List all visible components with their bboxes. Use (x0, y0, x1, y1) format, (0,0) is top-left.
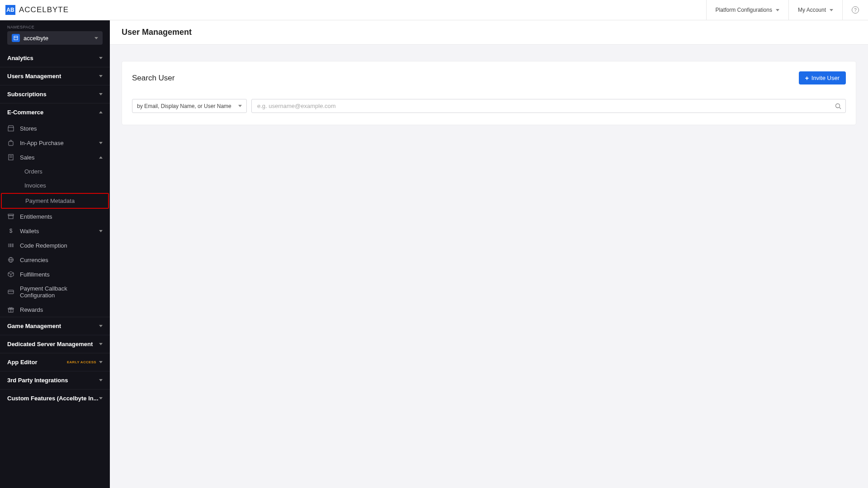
chevron-down-icon (99, 93, 103, 95)
sidebar-section-analytics[interactable]: Analytics (0, 49, 110, 67)
sidebar-item-label: Sales (20, 154, 94, 161)
help-button[interactable]: ? (842, 0, 868, 20)
sidebar-subitem-orders[interactable]: Orders (0, 164, 110, 178)
sidebar-item-fulfillments[interactable]: Fulfillments (0, 267, 110, 282)
sidebar-section-users-management[interactable]: Users Management (0, 67, 110, 85)
chevron-down-icon (776, 9, 779, 11)
sidebar-section-game-management[interactable]: Game Management (0, 317, 110, 335)
sidebar-item-label: Stores (20, 125, 103, 132)
sidebar-item-sales[interactable]: Sales (0, 150, 110, 164)
search-icon[interactable] (835, 103, 841, 109)
invite-user-button[interactable]: + Invite User (799, 71, 846, 84)
svg-point-23 (836, 103, 840, 108)
namespace-icon (12, 34, 20, 42)
sidebar-section-ecommerce[interactable]: E-Commerce (0, 103, 110, 121)
search-user-card: Search User + Invite User by Email, Disp… (122, 61, 856, 125)
svg-text:$: $ (9, 228, 13, 234)
namespace-value: accelbyte (24, 35, 91, 42)
chevron-down-icon (99, 75, 103, 77)
namespace-heading: NAMESPACE (0, 20, 110, 31)
sidebar-item-label: Currencies (20, 257, 103, 263)
dollar-icon: $ (7, 227, 14, 235)
sidebar-subitem-invoices[interactable]: Invoices (0, 178, 110, 192)
sidebar-section-custom-features[interactable]: Custom Features (Accelbyte In... (0, 389, 110, 407)
chevron-up-icon (99, 111, 103, 113)
sidebar-section-label: Users Management (7, 73, 99, 80)
brand-name: ACCELBYTE (19, 5, 69, 14)
chevron-down-icon (99, 57, 103, 59)
sidebar-item-wallets[interactable]: $ Wallets (0, 224, 110, 238)
search-type-selected: by Email, Display Name, or User Name (137, 103, 238, 109)
bag-icon (7, 139, 14, 146)
sidebar-section-label: Subscriptions (7, 91, 99, 98)
chevron-down-icon (99, 230, 103, 232)
topbar: AB ACCELBYTE Platform Configurations My … (0, 0, 868, 20)
sidebar-item-label: Code Redemption (20, 242, 103, 249)
sidebar-section-label: App Editor (7, 359, 67, 366)
document-icon (7, 154, 14, 161)
help-icon: ? (852, 6, 859, 14)
sidebar-section-app-editor[interactable]: App Editor EARLY ACCESS (0, 353, 110, 371)
brand-logo-icon: AB (5, 5, 15, 15)
my-account-label: My Account (798, 7, 826, 13)
sidebar-section-third-party[interactable]: 3rd Party Integrations (0, 371, 110, 389)
main-content: User Management Search User + Invite Use… (110, 20, 868, 488)
chevron-down-icon (830, 9, 833, 11)
sidebar-item-label: Wallets (20, 228, 94, 235)
sidebar-item-in-app-purchase[interactable]: In-App Purchase (0, 136, 110, 150)
globe-icon (7, 256, 14, 263)
page-title: User Management (110, 20, 868, 45)
sidebar-section-label: Analytics (7, 55, 99, 61)
sidebar-item-rewards[interactable]: Rewards (0, 302, 110, 317)
sidebar-item-label: In-App Purchase (20, 140, 94, 146)
card-title: Search User (132, 74, 799, 83)
svg-rect-2 (8, 127, 14, 131)
sidebar-section-label: E-Commerce (7, 109, 99, 116)
early-access-badge: EARLY ACCESS (67, 360, 96, 364)
sidebar-subitem-payment-metadata[interactable]: Payment Metadata (1, 193, 109, 209)
search-type-select[interactable]: by Email, Display Name, or User Name (132, 99, 247, 113)
svg-rect-18 (8, 290, 14, 294)
sidebar-section-subscriptions[interactable]: Subscriptions (0, 85, 110, 103)
chevron-down-icon (94, 37, 98, 39)
sidebar: NAMESPACE accelbyte Analytics Users Mana… (0, 20, 110, 488)
invite-user-label: Invite User (811, 75, 840, 81)
sidebar-section-label: 3rd Party Integrations (7, 377, 99, 384)
my-account-menu[interactable]: My Account (788, 0, 842, 20)
sidebar-item-code-redemption[interactable]: Code Redemption (0, 238, 110, 253)
barcode-icon (7, 242, 14, 249)
chevron-down-icon (238, 105, 242, 107)
chevron-down-icon (99, 379, 103, 381)
brand[interactable]: AB ACCELBYTE (0, 5, 69, 15)
sidebar-item-entitlements[interactable]: Entitlements (0, 209, 110, 224)
sidebar-section-label: Dedicated Server Management (7, 341, 99, 347)
sidebar-item-stores[interactable]: Stores (0, 121, 110, 136)
svg-rect-3 (9, 141, 13, 145)
sidebar-section-label: Game Management (7, 323, 99, 329)
sidebar-item-payment-callback[interactable]: Payment Callback Configuration (0, 282, 110, 302)
chevron-down-icon (99, 325, 103, 327)
platform-configurations-label: Platform Configurations (716, 7, 772, 13)
card-icon (7, 288, 14, 296)
archive-icon (7, 213, 14, 220)
svg-rect-8 (9, 216, 13, 219)
sidebar-item-currencies[interactable]: Currencies (0, 253, 110, 267)
search-input[interactable] (251, 99, 846, 113)
chevron-down-icon (99, 397, 103, 399)
svg-rect-0 (14, 36, 18, 40)
box-icon (7, 271, 14, 278)
namespace-selector[interactable]: accelbyte (7, 31, 103, 45)
sidebar-item-label: Fulfillments (20, 271, 103, 278)
sidebar-item-label: Payment Callback Configuration (20, 285, 103, 299)
platform-configurations-menu[interactable]: Platform Configurations (706, 0, 788, 20)
sidebar-section-dedicated-server[interactable]: Dedicated Server Management (0, 335, 110, 353)
sidebar-item-label: Rewards (20, 306, 103, 313)
store-icon (7, 125, 14, 132)
chevron-down-icon (99, 343, 103, 345)
plus-icon: + (805, 75, 809, 81)
sidebar-item-label: Entitlements (20, 213, 103, 220)
chevron-up-icon (99, 156, 103, 159)
gift-icon (7, 306, 14, 313)
chevron-down-icon (99, 361, 103, 363)
chevron-down-icon (99, 142, 103, 144)
